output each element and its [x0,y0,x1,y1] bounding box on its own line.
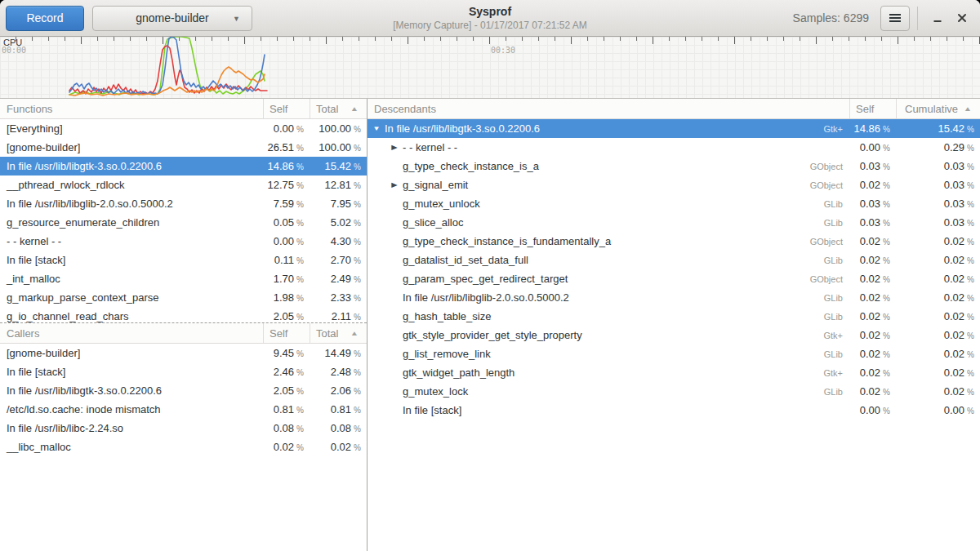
callers-table-header: Callers Self Total ▲ [0,323,367,344]
functions-table-row[interactable]: In file /usr/lib/libgtk-3.so.0.2200.6 14… [0,157,367,176]
cumulative-percent: 0.02% [896,367,980,379]
sort-ascending-icon: ▲ [350,330,359,337]
descendants-cumulative-column-header[interactable]: Cumulative ▲ [896,99,980,118]
self-percent: 0.00% [263,122,310,135]
descendant-name: gtk_style_provider_get_style_property [403,329,582,341]
descendant-name: g_slice_alloc [403,216,463,229]
cpu-line-cpu2 [69,46,267,94]
callers-column-header[interactable]: Callers [0,327,263,340]
self-percent: 0.02% [263,441,310,453]
function-name: [Everything] [0,122,263,135]
self-percent: 1.70% [263,273,310,285]
descendants-table-header: Descendants Self Cumulative ▲ [368,99,980,119]
cumulative-percent: 0.02% [896,254,980,266]
functions-table-row[interactable]: __pthread_rwlock_rdlock 12.75% 12.81% [0,176,367,194]
functions-table-row[interactable]: In file /usr/lib/libglib-2.0.so.0.5000.2… [0,194,367,213]
descendants-table-row[interactable]: In file [stack] 0.00% 0.00% [368,401,980,420]
descendant-name: - - kernel - - [403,141,457,153]
library-tag: GLib [824,199,849,209]
self-percent: 0.03% [849,198,896,210]
functions-total-column-header[interactable]: Total ▲ [310,99,367,118]
functions-list: [Everything] 0.00% 100.00% [gnome-builde… [0,119,367,323]
functions-table-row[interactable]: g_markup_parse_context_parse 1.98% 2.33% [0,288,367,307]
menu-button[interactable] [880,6,910,31]
library-tag: Gtk+ [823,368,849,378]
record-button[interactable]: Record [6,6,84,31]
descendant-name: g_type_check_instance_is_fundamentally_a [403,235,611,247]
descendants-self-column-header[interactable]: Self [849,99,896,118]
descendants-table-row[interactable]: g_type_check_instance_is_fundamentally_a… [368,232,980,251]
descendants-table-row[interactable]: g_datalist_id_set_data_full GLib 0.02% 0… [368,251,980,269]
functions-column-header[interactable]: Functions [0,103,263,115]
library-tag: GLib [824,349,849,359]
descendant-name: g_param_spec_get_redirect_target [403,273,568,285]
descendants-table-row[interactable]: In file /usr/lib/libglib-2.0.so.0.5000.2… [368,288,980,307]
expander-icon[interactable]: ▼ [371,125,382,132]
total-percent: 100.00% [310,141,367,153]
descendants-table-row[interactable]: gtk_style_provider_get_style_property Gt… [368,326,980,344]
cumulative-percent: 0.03% [896,179,980,191]
timeline-label-mid: 00:30 [491,46,515,55]
cumulative-percent: 0.02% [896,310,980,322]
total-percent: 5.02% [310,216,367,229]
header-bar: Sysprof [Memory Capture] - 01/17/2017 07… [0,0,980,37]
cumulative-percent: 0.02% [896,273,980,285]
callers-table-row[interactable]: __libc_malloc 0.02% 0.02% [0,438,367,456]
descendants-table-row[interactable]: ▶ g_signal_emit GObject 0.02% 0.03% [368,176,980,194]
self-percent: 2.46% [263,366,310,378]
descendants-table-row[interactable]: g_param_spec_get_redirect_target GObject… [368,269,980,288]
functions-self-column-header[interactable]: Self [263,99,310,118]
callers-table-row[interactable]: In file /usr/lib/libgtk-3.so.0.2200.6 2.… [0,381,367,400]
descendants-table-row[interactable]: g_slice_alloc GLib 0.03% 0.03% [368,213,980,232]
library-tag: GObject [810,274,849,284]
descendants-table-row[interactable]: ▶ - - kernel - - 0.00% 0.29% [368,138,980,157]
functions-table-row[interactable]: - - kernel - - 0.00% 4.30% [0,232,367,251]
descendant-name: g_signal_emit [403,179,468,191]
close-button[interactable] [950,6,974,31]
caller-name: [gnome-builder] [0,347,263,359]
total-percent: 2.70% [310,254,367,266]
descendant-name: g_hash_table_size [403,310,491,322]
sort-ascending-icon: ▲ [964,105,972,113]
cumulative-percent: 0.03% [896,198,980,210]
total-percent: 0.08% [310,422,367,434]
callers-list: [gnome-builder] 9.45% 14.49% In file [st… [0,344,367,456]
descendants-table-row[interactable]: gtk_widget_path_length Gtk+ 0.02% 0.02% [368,363,980,382]
functions-table-row[interactable]: In file [stack] 0.11% 2.70% [0,251,367,269]
callers-total-column-header[interactable]: Total ▲ [310,323,367,343]
functions-table-row[interactable]: [gnome-builder] 26.51% 100.00% [0,138,367,157]
descendant-name: In file [stack] [403,404,461,416]
expander-icon[interactable]: ▶ [389,181,400,189]
callers-table-row[interactable]: In file [stack] 2.46% 2.48% [0,362,367,381]
function-name: - - kernel - - [0,235,263,247]
self-percent: 26.51% [263,141,310,153]
callers-table-row[interactable]: In file /usr/lib/libc-2.24.so 0.08% 0.08… [0,419,367,438]
self-percent: 0.02% [849,310,896,322]
cumulative-percent: 0.00% [896,404,980,416]
descendants-table-row[interactable]: g_hash_table_size GLib 0.02% 0.02% [368,307,980,326]
self-percent: 14.86% [263,160,310,172]
descendant-name: g_mutex_lock [403,385,468,398]
descendants-column-header[interactable]: Descendants [368,103,849,115]
functions-table-row[interactable]: g_resource_enumerate_children 0.05% 5.02… [0,213,367,232]
descendants-table-row[interactable]: g_mutex_lock GLib 0.02% 0.02% [368,382,980,401]
minimize-button[interactable] [925,6,950,31]
functions-table-row[interactable]: g_io_channel_read_chars 2.05% 2.11% [0,307,367,323]
descendants-table-row[interactable]: g_type_check_instance_is_a GObject 0.03%… [368,157,980,176]
descendants-table-row[interactable]: g_mutex_unlock GLib 0.03% 0.03% [368,194,980,213]
functions-table-row[interactable]: _int_malloc 1.70% 2.49% [0,269,367,288]
self-percent: 0.03% [849,160,896,172]
callers-self-column-header[interactable]: Self [263,323,310,343]
expander-icon[interactable]: ▶ [389,144,400,151]
target-process-dropdown[interactable]: gnome-builder ▼ [92,6,252,31]
callers-table-row[interactable]: /etc/ld.so.cache: inode mismatch 0.81% 0… [0,400,367,419]
callers-table-row[interactable]: [gnome-builder] 9.45% 14.49% [0,344,367,362]
functions-table-row[interactable]: [Everything] 0.00% 100.00% [0,119,367,138]
library-tag: GObject [810,162,849,171]
cpu-timeline-graph[interactable]: CPU 00:00 00:30 [0,37,980,99]
descendants-table-row[interactable]: g_list_remove_link GLib 0.02% 0.02% [368,344,980,363]
descendants-table-row[interactable]: ▼ In file /usr/lib/libgtk-3.so.0.2200.6 … [368,119,980,138]
caller-name: In file /usr/lib/libc-2.24.so [0,422,263,434]
descendants-list: ▼ In file /usr/lib/libgtk-3.so.0.2200.6 … [368,119,980,420]
cumulative-percent: 0.02% [896,235,980,247]
